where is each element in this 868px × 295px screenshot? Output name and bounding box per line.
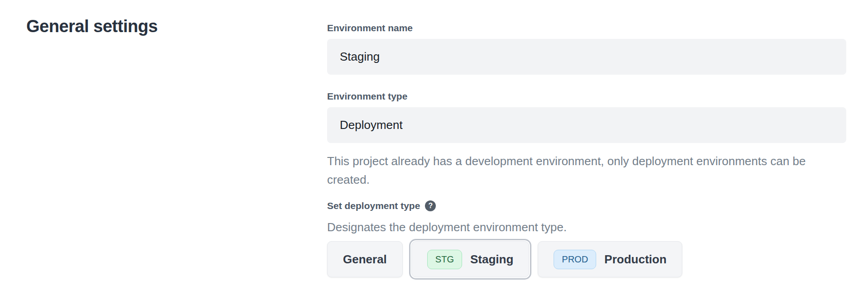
deployment-type-label: Set deployment type [327,200,420,212]
deployment-type-option-production[interactable]: PROD Production [538,241,682,277]
environment-name-field: Environment name [327,22,846,75]
staging-badge: STG [427,250,462,269]
deployment-type-option-general[interactable]: General [327,241,403,277]
settings-form-column: Environment name Environment type This p… [327,0,846,277]
option-general-label: General [343,252,387,266]
settings-header-column: General settings [0,0,327,277]
production-badge: PROD [554,250,596,269]
deployment-type-options: General STG Staging PROD Production [327,241,846,277]
page-title: General settings [26,16,327,37]
deployment-type-option-staging[interactable]: STG Staging [411,241,529,277]
environment-name-input[interactable] [327,39,846,75]
option-staging-label: Staging [470,252,513,266]
deployment-type-label-row: Set deployment type ? [327,199,846,213]
deployment-type-description: Designates the deployment environment ty… [327,220,846,234]
option-production-label: Production [604,252,666,266]
environment-type-label: Environment type [327,90,846,102]
question-mark-help-icon[interactable]: ? [425,200,436,211]
environment-type-input[interactable] [327,107,846,143]
settings-page: General settings Environment name Enviro… [0,0,868,277]
environment-type-field: Environment type This project already ha… [327,90,846,189]
environment-name-label: Environment name [327,22,846,34]
environment-type-help-text: This project already has a development e… [327,152,846,189]
